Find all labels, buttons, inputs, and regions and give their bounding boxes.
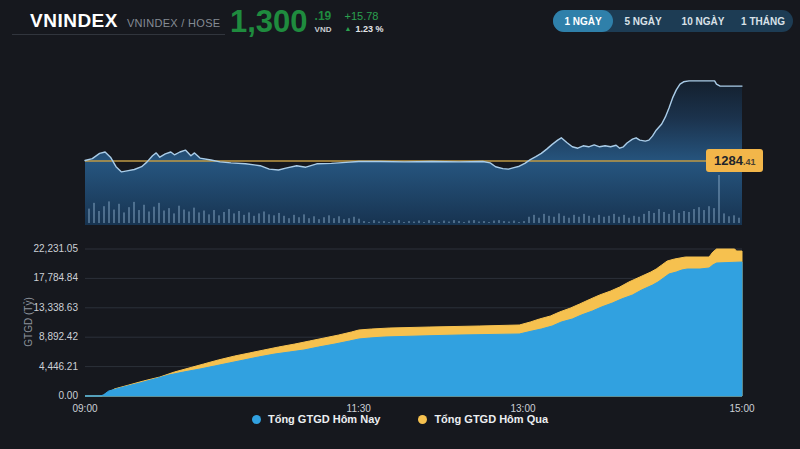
y-tick-label: 17,784.84: [34, 272, 79, 283]
reference-price-int: 1284: [714, 149, 743, 172]
reference-price-dec: .41: [743, 157, 756, 167]
legend-item-today[interactable]: Tổng GTGD Hôm Nay: [252, 413, 380, 425]
y-tick-label: 22,231.05: [34, 243, 79, 254]
y-tick-label: 13,338.63: [34, 302, 79, 313]
vnindex-chart-widget: VNINDEX VNINDEX / HOSE 1,300 .19 VND +15…: [0, 0, 800, 449]
legend-label-yesterday: Tổng GTGD Hôm Qua: [434, 413, 548, 425]
gtgd-axis-title: GTGD (Tỷ): [23, 297, 34, 346]
yesterday-series-dot-icon: [418, 415, 427, 424]
price-and-volume-charts[interactable]: [0, 0, 800, 449]
y-tick-label: 0.00: [59, 390, 78, 401]
y-tick-label: 4,446.21: [39, 361, 78, 372]
y-tick-label: 8,892.42: [39, 331, 78, 342]
legend-item-yesterday[interactable]: Tổng GTGD Hôm Qua: [418, 413, 548, 425]
reference-price-label: 1284 .41: [706, 149, 763, 172]
chart-legend: Tổng GTGD Hôm Nay Tổng GTGD Hôm Qua: [0, 413, 800, 425]
today-series-dot-icon: [252, 415, 261, 424]
legend-label-today: Tổng GTGD Hôm Nay: [268, 413, 380, 425]
